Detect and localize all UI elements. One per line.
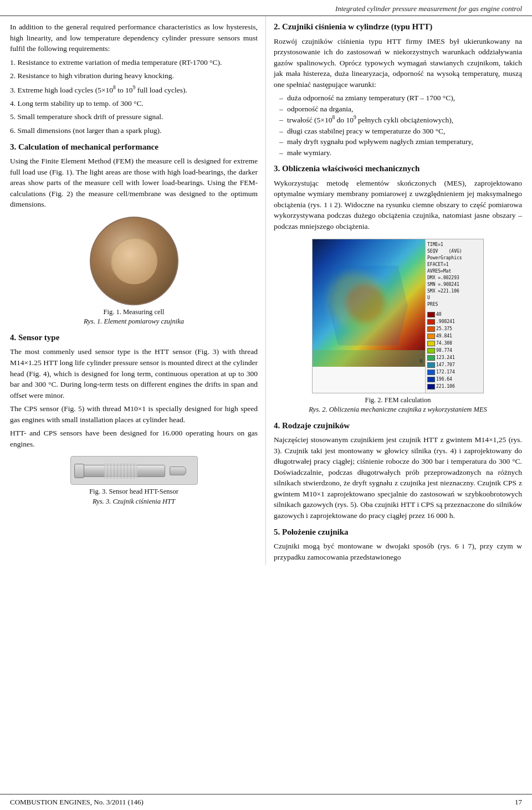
fig1-container: Fig. 1. Measuring cell Rys. 1. Element p… [10,217,258,327]
section4-text1: The most commenly used sensor type is th… [10,346,258,401]
section3-title: 3. Calculation of mechanical performance [10,142,258,153]
right-column: 2. Czujniki ciśnienia w cylindrze (typu … [266,16,522,565]
section5-text-pl: Czujniki mogą być montowane w dwojaki sp… [274,541,522,562]
fig3-container: Fig. 3. Sensor head HTT-Sensor Rys. 3. C… [10,456,258,506]
fig2-label: Fig. 2. FEM calculation Rys. 2. Obliczen… [309,396,487,415]
section4-text2: The CPS sensor (Fig. 5) with thread M10×… [10,403,258,425]
fem-plot: N [313,239,425,367]
sensor-circular-image [90,217,178,305]
fem-chart-area: N TIME=1 SEQV (AVG) PowerGraphics EFACET… [313,239,483,393]
footer-right: 17 [515,798,522,807]
req-3: 3. Extreme high load cycles (5×108 to 10… [10,84,258,95]
section4-text3: HTT- and CPS sensors have been designed … [10,428,258,449]
req-pl-1: duża odporność na zmiany temperatury (RT… [279,93,522,104]
left-column: In addition to the general required perf… [10,16,266,565]
section4-title-pl: 4. Rodzaje czujników [274,421,522,432]
req-pl-2: odporność na drgania, [279,104,522,115]
req-1: 1. Resistance to extreme variation of me… [10,57,258,68]
req-pl-6: małe wymiary. [279,147,522,158]
requirements-list: 1. Resistance to extreme variation of me… [10,57,258,136]
section4-title: 4. Sensor type [10,332,258,344]
intro-text: In addition to the general required perf… [10,22,258,54]
section4-text-pl: Najczęściej stosowanym czujnikiem jest c… [274,434,522,521]
fig1-label: Fig. 1. Measuring cell Rys. 1. Element p… [84,307,184,327]
sensor-rod-image [70,456,198,485]
page-header: Integrated cylinder pressure measurement… [0,0,532,16]
req-pl-5: mały dryft sygnału pod wpływem nagłych z… [279,136,522,147]
section3-title-pl: 3. Obliczenia właściwości mechanicznych [274,163,522,175]
req-6: 6. Small dimensions (not larger than a s… [10,125,258,136]
req-2: 2. Resistance to high vibration during h… [10,70,258,81]
fig3-label: Fig. 3. Sensor head HTT-Sensor Rys. 3. C… [89,487,178,506]
requirements-pl-list: duża odporność na zmiany temperatury (RT… [279,93,522,158]
req-4: 4. Long term stability up to temp. of 30… [10,98,258,109]
section2-title-pl: 2. Czujniki ciśnienia w cylindrze (typu … [274,22,522,33]
req-pl-4: długi czas stabilnej pracy w temperaturz… [279,126,522,137]
section5-title-pl: 5. Położenie czujnika [274,527,522,538]
fig2-container: N TIME=1 SEQV (AVG) PowerGraphics EFACET… [274,239,522,415]
section2-text-pl: Rozwój czujników ciśnienia typu HTT firm… [274,36,522,90]
section3-text-pl: Wykorzystując metodę elementów skończony… [274,178,522,232]
page-footer: COMBUSTION ENGINES, No. 3/2011 (146) 17 [0,794,532,810]
req-pl-3: trwałość (5×108 do 109 pełnych cykli obc… [279,114,522,125]
req-5: 5. Small temperature shock drift of pres… [10,111,258,122]
section3-text1: Using the Finite Element Method (FEM) th… [10,156,258,210]
fem-visualization: N TIME=1 SEQV (AVG) PowerGraphics EFACET… [312,239,484,393]
fem-sidebar: TIME=1 SEQV (AVG) PowerGraphics EFACET=1… [425,239,483,393]
footer-left: COMBUSTION ENGINES, No. 3/2011 (146) [10,798,144,807]
